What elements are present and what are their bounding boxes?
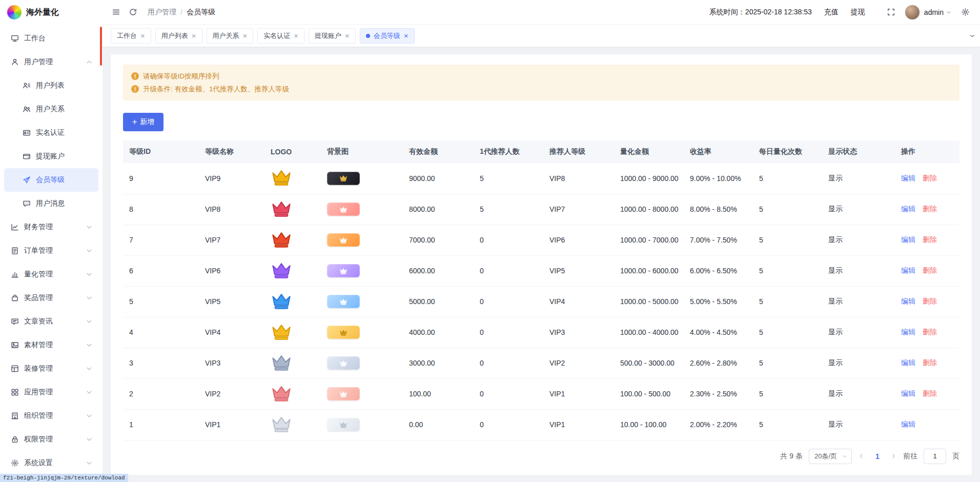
tab-user-list[interactable]: 用户列表× xyxy=(155,28,202,44)
cell-rate: 2.30% - 2.50% xyxy=(685,378,754,409)
delete-link[interactable]: 删除 xyxy=(923,174,937,182)
cell-quant-amount: 1000.00 - 6000.00 xyxy=(615,255,685,286)
sidebar-scrollbar-thumb[interactable] xyxy=(100,27,102,66)
tab-workbench[interactable]: 工作台× xyxy=(111,28,151,44)
next-page-button[interactable] xyxy=(890,453,897,459)
delete-link[interactable]: 删除 xyxy=(923,358,937,367)
edit-link[interactable]: 编辑 xyxy=(901,235,915,244)
close-icon[interactable]: × xyxy=(345,32,350,39)
close-icon[interactable]: × xyxy=(192,32,196,39)
document-icon xyxy=(11,247,19,255)
close-icon[interactable]: × xyxy=(404,32,409,39)
sidebar-item-user-relation[interactable]: 用户关系 xyxy=(4,97,98,121)
tab-withdraw-account[interactable]: 提现账户× xyxy=(309,28,356,44)
edit-link[interactable]: 编辑 xyxy=(901,205,915,213)
settings-gear-icon[interactable] xyxy=(961,8,970,16)
cell-display-status: 显示 xyxy=(823,286,896,317)
delete-link[interactable]: 删除 xyxy=(923,297,937,305)
edit-link[interactable]: 编辑 xyxy=(901,389,915,397)
cell-referrer-level: VIP3 xyxy=(544,317,615,348)
table-row: 3VIP33000.000VIP2500.00 - 3000.002.60% -… xyxy=(123,348,959,378)
sidebar-item-decor-manage[interactable]: 装修管理 xyxy=(4,357,98,380)
cell-level-name: VIP2 xyxy=(200,378,266,409)
sidebar-item-system-settings[interactable]: 系统设置 xyxy=(4,451,98,475)
sidebar-item-prize-manage[interactable]: 奖品管理 xyxy=(4,286,98,310)
cell-level-id: 6 xyxy=(123,255,200,286)
chevron-down-icon xyxy=(85,388,93,396)
delete-link[interactable]: 删除 xyxy=(923,205,937,213)
edit-link[interactable]: 编辑 xyxy=(901,420,915,428)
table-row: 1VIP10.000VIP110.00 - 100.002.00% - 2.20… xyxy=(123,409,959,440)
add-button[interactable]: + 新增 xyxy=(123,113,164,131)
page-number[interactable]: 1 xyxy=(871,452,884,460)
sidebar-item-quant-manage[interactable]: 量化管理 xyxy=(4,263,98,286)
sidebar-item-user-message[interactable]: 用户消息 xyxy=(4,192,98,215)
level-background-badge xyxy=(327,326,360,339)
withdraw-button[interactable]: 提现 xyxy=(851,8,865,17)
sidebar-item-withdraw-account[interactable]: 提现账户 xyxy=(4,145,98,168)
cell-background xyxy=(322,348,404,378)
cell-logo xyxy=(266,409,322,440)
edit-link[interactable]: 编辑 xyxy=(901,328,915,336)
tab-user-relation[interactable]: 用户关系× xyxy=(207,28,254,44)
column-header: 1代推荐人数 xyxy=(475,140,544,163)
sidebar-item-workbench[interactable]: 工作台 xyxy=(4,27,98,50)
delete-link[interactable]: 删除 xyxy=(923,328,937,336)
goto-page-input[interactable] xyxy=(924,449,946,464)
sidebar-item-user-manage[interactable]: 用户管理 xyxy=(4,50,98,74)
sidebar-item-org-manage[interactable]: 组织管理 xyxy=(4,404,98,428)
collapse-sidebar-icon[interactable] xyxy=(112,8,120,16)
prev-page-button[interactable] xyxy=(858,453,865,459)
sidebar-item-order-manage[interactable]: 订单管理 xyxy=(4,239,98,263)
delete-link[interactable]: 删除 xyxy=(923,266,937,274)
edit-link[interactable]: 编辑 xyxy=(901,266,915,274)
table-row: 7VIP77000.000VIP61000.00 - 7000.007.00% … xyxy=(123,225,959,255)
sidebar-item-label: 系统设置 xyxy=(24,458,53,468)
avatar[interactable] xyxy=(905,5,920,20)
cell-daily-count: 5 xyxy=(754,163,823,194)
sidebar-item-label: 用户管理 xyxy=(24,57,53,67)
goto-label-suffix: 页 xyxy=(952,452,959,461)
tabs-dropdown-icon[interactable] xyxy=(969,25,976,47)
delete-link[interactable]: 删除 xyxy=(923,389,937,397)
cell-level-name: VIP9 xyxy=(200,163,266,194)
sidebar-item-label: 用户消息 xyxy=(36,199,65,208)
cell-level-id: 1 xyxy=(123,409,200,440)
crown-logo-icon xyxy=(271,231,292,248)
cell-level-name: VIP7 xyxy=(200,225,266,255)
sidebar-item-perm-manage[interactable]: 权限管理 xyxy=(4,428,98,451)
sidebar-item-user-list[interactable]: 用户列表 xyxy=(4,74,98,97)
cell-referrer-level: VIP6 xyxy=(544,225,615,255)
close-icon[interactable]: × xyxy=(243,32,248,39)
cell-display-status: 显示 xyxy=(823,194,896,225)
user-menu[interactable]: admin xyxy=(924,8,952,16)
edit-link[interactable]: 编辑 xyxy=(901,174,915,182)
recharge-button[interactable]: 充值 xyxy=(824,8,839,17)
breadcrumb-section[interactable]: 用户管理 xyxy=(148,8,176,17)
tab-member-level[interactable]: 会员等级× xyxy=(360,28,415,44)
cell-gen1-referrals: 0 xyxy=(475,409,544,440)
cell-actions: 编辑删除 xyxy=(896,163,959,194)
sidebar-item-real-name-auth[interactable]: 实名认证 xyxy=(4,121,98,145)
fullscreen-icon[interactable] xyxy=(887,8,895,16)
chevron-down-icon xyxy=(85,247,93,255)
sidebar-item-finance-manage[interactable]: 财务管理 xyxy=(4,215,98,239)
edit-link[interactable]: 编辑 xyxy=(901,297,915,305)
close-icon[interactable]: × xyxy=(294,32,298,39)
sidebar-item-material-manage[interactable]: 素材管理 xyxy=(4,333,98,357)
refresh-icon[interactable] xyxy=(129,8,137,16)
page-size-select[interactable]: 20条/页 xyxy=(809,449,852,464)
cell-rate: 4.00% - 4.50% xyxy=(685,317,754,348)
level-background-badge xyxy=(327,387,360,400)
delete-link[interactable]: 删除 xyxy=(923,235,937,244)
close-icon[interactable]: × xyxy=(140,32,145,39)
app-root: 海外量化 工作台用户管理用户列表用户关系实名认证提现账户会员等级用户消息财务管理… xyxy=(0,0,980,482)
tab-real-name-auth[interactable]: 实名认证× xyxy=(257,28,304,44)
brand-logo-icon xyxy=(7,5,22,19)
cell-actions: 编辑 xyxy=(896,409,959,440)
cell-level-id: 2 xyxy=(123,378,200,409)
sidebar-item-app-manage[interactable]: 应用管理 xyxy=(4,380,98,404)
sidebar-item-member-level[interactable]: 会员等级 xyxy=(4,168,98,192)
edit-link[interactable]: 编辑 xyxy=(901,358,915,367)
sidebar-item-article-news[interactable]: 文章资讯 xyxy=(4,310,98,333)
